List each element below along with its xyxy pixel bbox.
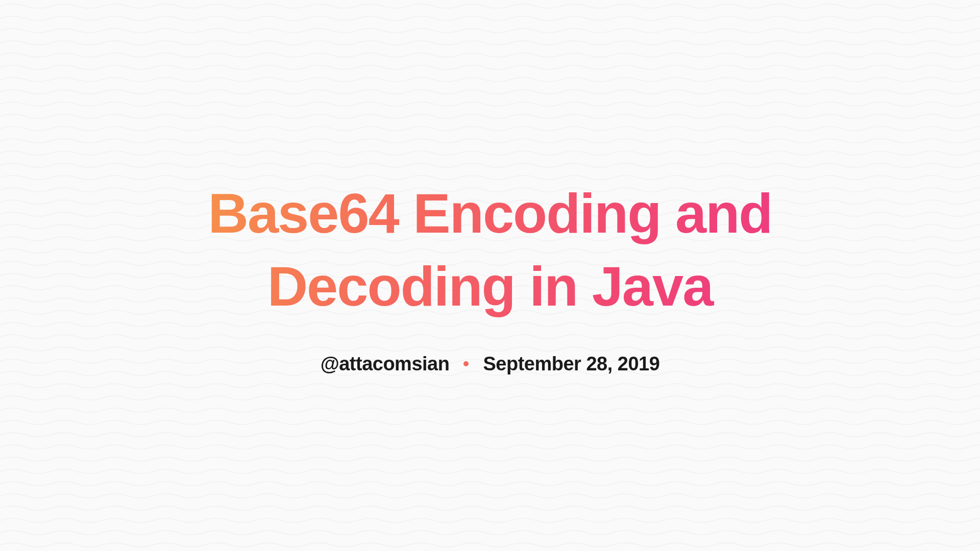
meta-row: @attacomsian September 28, 2019	[321, 353, 660, 375]
content-container: Base64 Encoding and Decoding in Java @at…	[184, 177, 796, 375]
author-handle: @attacomsian	[321, 353, 450, 375]
page-title: Base64 Encoding and Decoding in Java	[184, 177, 796, 322]
publish-date: September 28, 2019	[483, 353, 659, 375]
separator-dot-icon	[463, 361, 469, 366]
